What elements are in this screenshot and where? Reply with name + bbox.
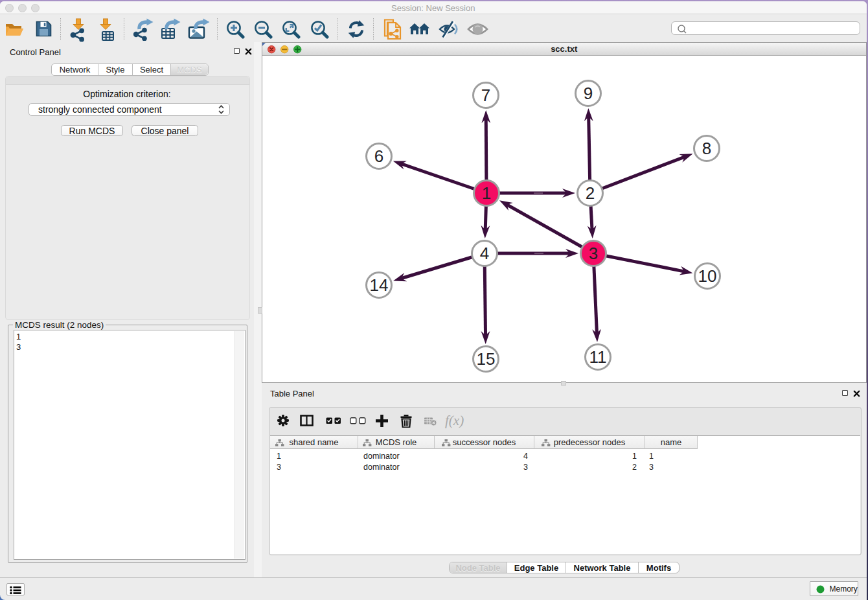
svg-text:3: 3 <box>589 244 598 263</box>
svg-text:9: 9 <box>584 84 593 103</box>
svg-text:15: 15 <box>477 349 496 369</box>
svg-text:10: 10 <box>698 266 717 286</box>
svg-text:7: 7 <box>481 86 490 105</box>
svg-text:14: 14 <box>370 275 389 295</box>
svg-text:11: 11 <box>589 347 607 367</box>
svg-text:1: 1 <box>482 183 491 203</box>
svg-text:8: 8 <box>702 139 711 158</box>
svg-text:2: 2 <box>586 183 595 203</box>
svg-text:4: 4 <box>480 244 489 263</box>
svg-text:6: 6 <box>374 146 383 166</box>
